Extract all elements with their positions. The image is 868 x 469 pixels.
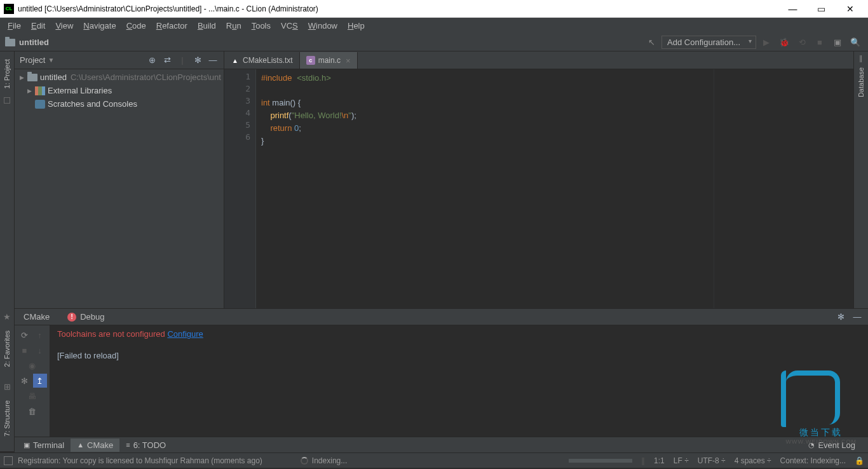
folder-icon bbox=[27, 74, 37, 81]
bottom-tab-todo[interactable]: ≡6: TODO bbox=[119, 438, 172, 452]
run-button[interactable]: ▶ bbox=[759, 35, 774, 50]
tab-main-c[interactable]: c main.c × bbox=[300, 52, 358, 69]
export-button[interactable]: ↥ bbox=[33, 374, 47, 388]
locate-button[interactable]: ⊕ bbox=[145, 53, 159, 67]
gutter-tab-favorites[interactable]: 2: Favorites bbox=[2, 325, 12, 372]
lock-icon[interactable]: 🔒 bbox=[855, 456, 864, 465]
library-icon bbox=[35, 86, 45, 95]
maximize-button[interactable]: ▭ bbox=[807, 0, 836, 18]
nav-back-button[interactable]: ↖ bbox=[644, 35, 659, 50]
context-label[interactable]: Context: Indexing... bbox=[780, 456, 846, 465]
project-tree[interactable]: ▶ untitled C:\Users\Administrator\CLionP… bbox=[15, 69, 224, 112]
editor-body[interactable]: 123456 #include <stdio.h> int main() { p… bbox=[224, 69, 853, 308]
bottom-tab-cmake[interactable]: ▲CMake bbox=[71, 438, 119, 452]
close-button[interactable]: ✕ bbox=[836, 0, 864, 18]
close-tab-button[interactable]: × bbox=[346, 56, 351, 65]
divider-icon: | bbox=[175, 53, 189, 67]
project-panel: Project ▼ ⊕ ⇄ | ✻ — ▶ untitled C:\Users\… bbox=[15, 51, 224, 308]
tree-label: untitled bbox=[40, 72, 67, 82]
project-panel-title[interactable]: Project bbox=[20, 55, 45, 65]
folder-icon bbox=[5, 39, 15, 46]
titlebar: CL untitled [C:\Users\Administrator\CLio… bbox=[0, 0, 868, 18]
star-icon: ★ bbox=[3, 312, 11, 322]
expand-button[interactable]: ⇄ bbox=[160, 53, 174, 67]
run-configuration-dropdown[interactable]: Add Configuration... bbox=[661, 36, 756, 49]
gutter-collapse-icon[interactable] bbox=[4, 97, 10, 104]
filter-button[interactable]: ◉ bbox=[25, 358, 39, 372]
menubar: File Edit View Navigate Code Refactor Bu… bbox=[0, 18, 868, 34]
tree-node-external-libraries[interactable]: ▶ External Libraries bbox=[15, 84, 224, 97]
cursor-position[interactable]: 1:1 bbox=[654, 456, 665, 465]
menu-refactor[interactable]: Refactor bbox=[151, 20, 193, 32]
pause-icon[interactable]: ‖ bbox=[859, 54, 863, 62]
tool-hide-button[interactable]: — bbox=[850, 310, 864, 324]
chevron-down-icon[interactable]: ▼ bbox=[48, 57, 54, 64]
settings-button[interactable]: ✻ bbox=[191, 53, 205, 67]
tool-output[interactable]: Toolchains are not configured Configure … bbox=[50, 325, 868, 437]
window-title: untitled [C:\Users\Administrator\CLionPr… bbox=[18, 4, 778, 13]
bottom-tool-tabs: ▣Terminal ▲CMake ≡6: TODO ◔Event Log bbox=[15, 437, 868, 452]
cmake-icon: ▲ bbox=[77, 441, 84, 449]
indent-selector[interactable]: 4 spaces ÷ bbox=[735, 456, 771, 465]
tool-window-body: ⟳↑ ■↓ ◉ ✻↥ 🖶 🗑 Toolchains are not config… bbox=[15, 325, 868, 437]
menu-file[interactable]: File bbox=[3, 20, 26, 32]
chevron-right-icon[interactable]: ▶ bbox=[27, 88, 35, 94]
menu-vcs[interactable]: VCS bbox=[276, 20, 303, 32]
status-icon[interactable] bbox=[4, 456, 13, 465]
menu-navigate[interactable]: Navigate bbox=[78, 20, 121, 32]
tree-node-scratches[interactable]: Scratches and Consoles bbox=[15, 97, 224, 111]
gutter-tab-structure[interactable]: 7: Structure bbox=[2, 395, 12, 442]
tool-gear-button[interactable]: ✻ bbox=[18, 374, 32, 388]
minimize-button[interactable]: — bbox=[778, 0, 807, 18]
stop-tool-button[interactable]: ■ bbox=[18, 343, 32, 357]
tool-toolbar: ⟳↑ ■↓ ◉ ✻↥ 🖶 🗑 bbox=[15, 325, 50, 437]
line-ending-selector[interactable]: LF ÷ bbox=[674, 456, 689, 465]
menu-code[interactable]: Code bbox=[121, 20, 151, 32]
line-number-gutter: 123456 bbox=[224, 69, 256, 308]
tree-node-root[interactable]: ▶ untitled C:\Users\Administrator\CLionP… bbox=[15, 71, 224, 84]
gutter-tab-project[interactable]: 1: Project bbox=[2, 54, 12, 93]
editor-tabs: ▲ CMakeLists.txt c main.c × bbox=[224, 51, 853, 69]
down-button[interactable]: ↓ bbox=[33, 343, 47, 357]
menu-run[interactable]: Run bbox=[221, 20, 247, 32]
tool-tab-cmake[interactable]: CMake bbox=[15, 309, 58, 324]
tree-label: Scratches and Consoles bbox=[48, 99, 137, 109]
delete-button[interactable]: 🗑 bbox=[25, 404, 39, 418]
breadcrumb[interactable]: untitled bbox=[19, 37, 49, 47]
tool-settings-button[interactable]: ✻ bbox=[834, 310, 848, 324]
error-icon: ! bbox=[67, 313, 76, 322]
todo-icon: ≡ bbox=[126, 441, 130, 449]
error-text: Toolchains are not configured bbox=[57, 329, 167, 339]
hide-button[interactable]: — bbox=[206, 53, 220, 67]
tool-tab-debug[interactable]: ! Debug bbox=[58, 309, 113, 324]
bottom-tab-event-log[interactable]: ◔Event Log bbox=[802, 438, 862, 452]
progress-bar[interactable] bbox=[569, 459, 632, 463]
gutter-tab-database[interactable]: Database bbox=[856, 62, 866, 102]
menu-help[interactable]: Help bbox=[342, 20, 370, 32]
encoding-selector[interactable]: UTF-8 ÷ bbox=[698, 456, 726, 465]
menu-edit[interactable]: Edit bbox=[26, 20, 50, 32]
reload-button[interactable]: ⟳ bbox=[18, 328, 32, 342]
configure-link[interactable]: Configure bbox=[167, 329, 203, 339]
menu-view[interactable]: View bbox=[50, 20, 78, 32]
stop-button[interactable]: ■ bbox=[812, 35, 827, 50]
scratches-icon bbox=[35, 100, 45, 109]
search-everywhere-button[interactable]: 🔍 bbox=[848, 35, 863, 50]
menu-build[interactable]: Build bbox=[193, 20, 221, 32]
layout-button[interactable]: ▣ bbox=[830, 35, 845, 50]
bottom-tab-terminal[interactable]: ▣Terminal bbox=[17, 438, 71, 452]
menu-window[interactable]: Window bbox=[303, 20, 342, 32]
up-button[interactable]: ↑ bbox=[33, 328, 47, 342]
status-message: Registration: Your copy is licensed to M… bbox=[18, 456, 262, 465]
chevron-right-icon[interactable]: ▶ bbox=[20, 74, 27, 81]
left-tool-gutter: 1: Project bbox=[0, 51, 15, 308]
debug-button[interactable]: 🐞 bbox=[776, 35, 792, 50]
tab-cmakelists[interactable]: ▲ CMakeLists.txt bbox=[224, 52, 300, 69]
coverage-button[interactable]: ⟲ bbox=[794, 35, 810, 50]
structure-icon: ⊞ bbox=[4, 382, 11, 391]
indexing-label: Indexing... bbox=[312, 456, 347, 465]
print-button[interactable]: 🖶 bbox=[25, 389, 39, 403]
code-content[interactable]: #include <stdio.h> int main() { printf("… bbox=[256, 69, 714, 308]
menu-tools[interactable]: Tools bbox=[247, 20, 276, 32]
navbar: untitled ↖ Add Configuration... ▶ 🐞 ⟲ ■ … bbox=[0, 34, 868, 51]
